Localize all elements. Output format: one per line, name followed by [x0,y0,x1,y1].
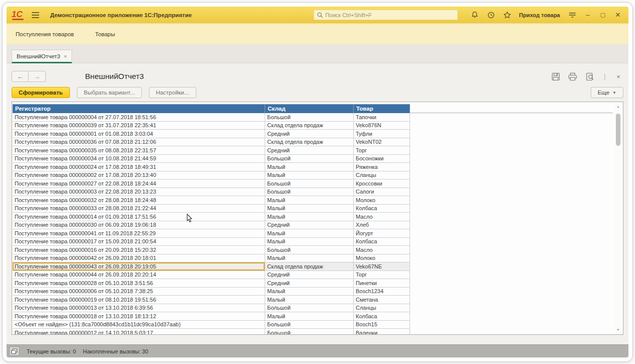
table-cell[interactable]: Малый [265,171,354,180]
more-commands-kebab-icon[interactable]: ⋮ [600,71,609,81]
table-row[interactable]: Поступление товара 000000032 от 28.08.20… [13,196,410,205]
table-cell[interactable]: Средний [265,271,354,280]
back-button[interactable]: ← [12,71,29,82]
table-cell[interactable]: Склад отдела продаж [265,262,354,271]
table-row[interactable]: Поступление товара 000000028 от 05.10.20… [13,279,410,288]
main-menu-hamburger-icon[interactable] [29,10,42,20]
column-header-tovar[interactable]: Товар [354,104,410,113]
table-cell[interactable]: Масло [354,213,410,221]
table-row[interactable]: Поступление товара 000000033 от 28.08.20… [13,205,410,213]
table-cell[interactable]: Veko67NE [354,262,410,271]
table-row[interactable]: Поступление товара 000000004 от 27.07.20… [13,113,410,122]
table-cell[interactable]: VekoNT02 [354,138,410,147]
table-cell[interactable]: Поступление товара 000000014 от 01.09.20… [13,213,265,221]
table-row[interactable]: Поступление товара 000000002 от 17.08.20… [13,171,410,180]
table-cell[interactable]: Малый [265,296,354,304]
scroll-up-icon[interactable]: ▲ [615,105,621,108]
select-variant-button[interactable]: Выбрать вариант... [77,87,142,98]
table-row[interactable]: Поступление товара 000000043 от 26.09.20… [13,262,410,271]
section-tovary[interactable]: Товары [95,31,115,37]
table-cell[interactable]: Молоко [354,254,410,263]
calls-indicator-icon[interactable] [9,346,20,356]
scroll-down-icon[interactable]: ▼ [615,328,621,331]
table-cell[interactable]: Босоножки [354,155,410,163]
table-cell[interactable]: Поступление товара 000000003 от 22.08.20… [13,188,265,197]
table-row[interactable]: Поступление товара 000000044 от 26.09.20… [13,271,410,280]
table-cell[interactable]: Малый [265,213,354,221]
minimize-button[interactable]: – [582,10,593,20]
table-cell[interactable]: Сланцы [354,304,410,313]
notifications-bell-icon[interactable] [469,10,481,21]
table-cell[interactable]: Малый [265,312,354,321]
table-row[interactable]: Поступление товара 000000027 от 22.08.20… [13,179,410,188]
table-cell[interactable]: Малый [265,254,354,263]
table-row[interactable]: Поступление товара 000000013 от 13.10.20… [13,304,410,313]
table-row[interactable]: Поступление товара 000000030 от 06.09.20… [13,221,410,230]
table-cell[interactable]: Veko876N [354,122,410,130]
table-cell[interactable]: Сметана [354,296,410,304]
scrollbar-thumb[interactable] [616,114,620,146]
table-cell[interactable]: Поступление товара 000000016 от 20.09.20… [13,246,265,254]
table-cell[interactable]: Сапоги [354,188,410,197]
save-icon[interactable] [549,71,562,81]
table-row[interactable]: Поступление товара 000000034 от 10.08.20… [13,155,410,163]
quick-link-prihod-tovara[interactable]: Приход товара [519,12,560,18]
table-cell[interactable]: Малый [265,238,354,246]
table-cell[interactable]: Молоко [354,196,410,205]
tab-vneshniy-otchet3[interactable]: ВнешнийОтчет3 × [12,50,72,63]
table-row[interactable]: Поступление товара 000000042 от 26.09.20… [13,254,410,263]
table-cell[interactable]: Средний [265,130,354,138]
table-cell[interactable]: Поступление товара 000000035 от 08.08.20… [13,146,265,155]
table-cell[interactable]: Поступление товара 000000043 от 26.09.20… [13,262,265,271]
table-cell[interactable]: Поступление товара 000000006 от 05.10.20… [13,288,265,296]
close-report-icon[interactable]: × [613,71,623,81]
table-cell[interactable]: Поступление товара 000000042 от 26.09.20… [13,254,265,263]
table-cell[interactable]: Ряженка [354,163,410,171]
table-row[interactable]: Поступление товара 000000019 от 08.10.20… [13,296,410,304]
print-icon[interactable] [566,71,579,81]
table-cell[interactable]: Малый [265,196,354,205]
table-cell[interactable]: Большой [265,179,354,188]
table-cell[interactable]: Торг [354,271,410,280]
table-cell[interactable]: Средний [265,146,354,155]
table-row[interactable]: Поступление товара 000000018 от 13.10.20… [13,312,410,321]
more-button[interactable]: Еще ▼ [591,87,623,98]
table-cell[interactable]: Хлеб [354,221,410,230]
table-cell[interactable]: Средний [265,221,354,230]
table-cell[interactable]: Поступление товара 000000034 от 10.08.20… [13,155,265,163]
generate-button[interactable]: Сформировать [12,87,70,98]
table-cell[interactable]: Большой [265,304,354,313]
table-row[interactable]: <Объект не найден> (131:8ca7000d8843cd1b… [13,321,410,329]
table-cell[interactable]: Валенки [354,329,410,335]
table-cell[interactable]: Малый [265,288,354,296]
table-cell[interactable]: Поступление товара 000000039 от 31.07.20… [13,122,265,130]
table-cell[interactable]: Малый [265,163,354,171]
table-row[interactable]: Поступление товара 000000035 от 08.08.20… [13,146,410,155]
table-cell[interactable]: Тапочки [354,113,410,122]
table-cell[interactable]: Туфли [354,130,410,138]
table-cell[interactable]: Поступление товара 000000027 от 22.08.20… [13,179,265,188]
table-cell[interactable]: Колбаса [354,238,410,246]
table-cell[interactable]: Большой [265,246,354,254]
table-cell[interactable]: Кроссовки [354,179,410,188]
table-cell[interactable]: Поступление товара 000000017 от 15.09.20… [13,238,265,246]
table-cell[interactable]: Сланцы [354,171,410,180]
table-row[interactable]: Поступление товара 000000017 от 15.09.20… [13,238,410,246]
table-cell[interactable]: Поступление товара 000000019 от 08.10.20… [13,296,265,304]
favorites-star-icon[interactable] [501,10,513,21]
print-preview-icon[interactable] [583,71,596,81]
table-cell[interactable]: Поступление товара 000000030 от 06.09.20… [13,221,265,230]
table-cell[interactable]: Bosch15 [354,321,410,329]
table-cell[interactable]: Торг [354,146,410,155]
table-cell[interactable]: Большой [265,113,354,122]
column-header-registrator[interactable]: Регистратор [13,104,265,113]
table-cell[interactable]: Колбаса [354,312,410,321]
table-cell[interactable]: Средний [265,279,354,288]
service-menu-icon[interactable] [566,10,578,21]
table-cell[interactable]: Поступление товара 000000033 от 28.08.20… [13,205,265,213]
section-postupleniya-tovarov[interactable]: Поступления товаров [16,31,74,37]
global-search-input[interactable]: Поиск Ctrl+Shift+F [313,10,458,20]
table-cell[interactable]: Малый [265,229,354,238]
table-cell[interactable]: Большой [265,321,354,329]
table-cell[interactable]: Пинетки [354,279,410,288]
